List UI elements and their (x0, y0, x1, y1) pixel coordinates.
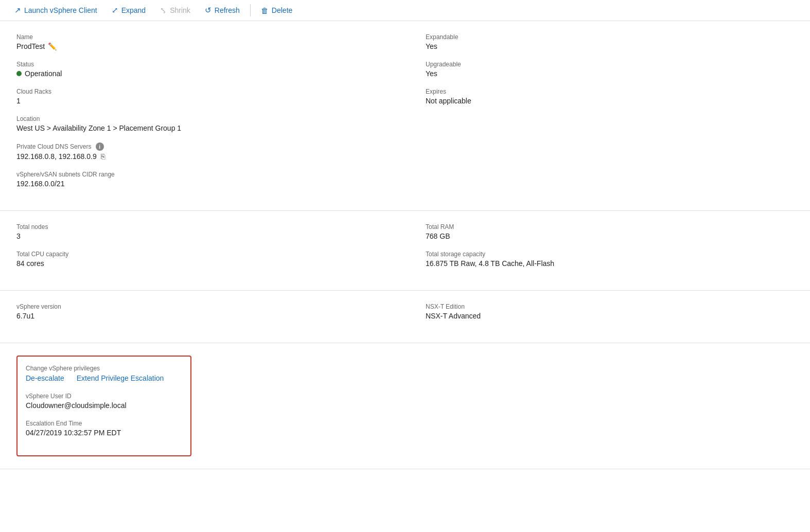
name-field: Name ProdTest ✏️ (16, 33, 384, 50)
delete-button[interactable]: 🗑 Delete (255, 4, 298, 17)
expand-icon: ⤢ (112, 6, 118, 15)
copy-dns-icon[interactable]: ⎘ (101, 152, 105, 161)
identity-right: Expandable Yes Upgradeable Yes Expires N… (405, 33, 794, 198)
edit-name-icon[interactable]: ✏️ (48, 42, 57, 50)
nsx-edition-field: NSX-T Edition NSX-T Advanced (426, 303, 794, 320)
cloud-racks-field: Cloud Racks 1 (16, 88, 384, 105)
dns-info-icon[interactable]: i (96, 143, 104, 151)
dns-row: 192.168.0.8, 192.168.0.9 ⎘ (16, 152, 384, 161)
escalation-end-time-field: Escalation End Time 04/27/2019 10:32:57 … (26, 420, 182, 437)
toolbar: ↗ Launch vSphere Client ⤢ Expand ⤣ Shrin… (0, 0, 810, 21)
privileges-section: Change vSphere privileges De-escalate Ex… (0, 343, 810, 469)
expires-field: Expires Not applicable (426, 88, 794, 105)
dns-label: Private Cloud DNS Servers i (16, 143, 384, 151)
status-indicator (16, 71, 22, 76)
capacity-left: Total nodes 3 Total CPU capacity 84 core… (16, 223, 405, 278)
deescalate-link[interactable]: De-escalate (26, 374, 64, 382)
capacity-section: Total nodes 3 Total CPU capacity 84 core… (0, 211, 810, 291)
refresh-button[interactable]: ↺ Refresh (199, 3, 246, 17)
status-field: Status Operational (16, 61, 384, 78)
total-storage-field: Total storage capacity 16.875 TB Raw, 4.… (426, 251, 794, 268)
vsphere-user-id-field: vSphere User ID Cloudowner@cloudsimple.l… (26, 393, 182, 410)
privilege-links: De-escalate Extend Privilege Escalation (26, 374, 182, 382)
shrink-button[interactable]: ⤣ Shrink (154, 3, 197, 17)
expandable-field: Expandable Yes (426, 33, 794, 50)
identity-left: Name ProdTest ✏️ Status Operational Clou… (16, 33, 405, 198)
cidr-field: vSphere/vSAN subnets CIDR range 192.168.… (16, 171, 384, 188)
upgradeable-field: Upgradeable Yes (426, 61, 794, 78)
delete-icon: 🗑 (261, 6, 269, 15)
software-left: vSphere version 6.7u1 (16, 303, 405, 330)
identity-section: Name ProdTest ✏️ Status Operational Clou… (0, 21, 810, 211)
launch-icon: ↗ (14, 6, 21, 15)
refresh-icon: ↺ (205, 6, 212, 15)
dns-field: Private Cloud DNS Servers i 192.168.0.8,… (16, 143, 384, 161)
toolbar-separator (250, 4, 251, 16)
total-cpu-field: Total CPU capacity 84 cores (16, 251, 384, 268)
capacity-right: Total RAM 768 GB Total storage capacity … (405, 223, 794, 278)
expand-button[interactable]: ⤢ Expand (105, 3, 152, 17)
shrink-icon: ⤣ (160, 6, 167, 15)
name-row: ProdTest ✏️ (16, 42, 384, 50)
launch-vsphere-button[interactable]: ↗ Launch vSphere Client (8, 3, 103, 17)
software-right: NSX-T Edition NSX-T Advanced (405, 303, 794, 330)
total-nodes-field: Total nodes 3 (16, 223, 384, 240)
vsphere-version-field: vSphere version 6.7u1 (16, 303, 384, 320)
extend-privilege-link[interactable]: Extend Privilege Escalation (77, 374, 164, 382)
status-row: Operational (16, 69, 384, 78)
software-section: vSphere version 6.7u1 NSX-T Edition NSX-… (0, 291, 810, 343)
total-ram-field: Total RAM 768 GB (426, 223, 794, 240)
location-field: Location West US > Availability Zone 1 >… (16, 115, 384, 132)
main-content: Name ProdTest ✏️ Status Operational Clou… (0, 21, 810, 469)
privilege-box: Change vSphere privileges De-escalate Ex… (16, 356, 191, 456)
change-privileges-field: Change vSphere privileges De-escalate Ex… (26, 365, 182, 382)
